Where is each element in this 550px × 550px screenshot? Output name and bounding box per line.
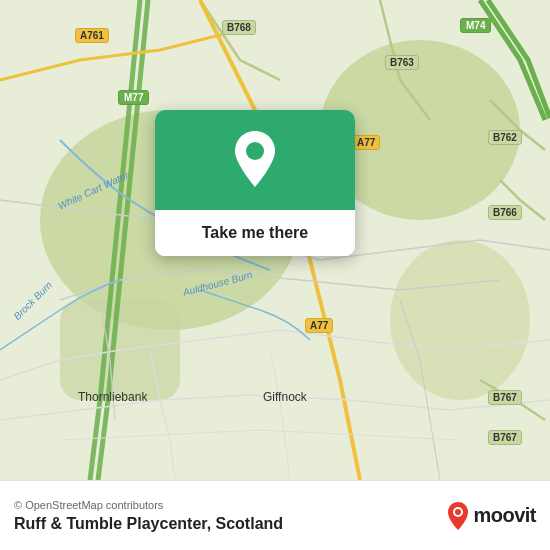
svg-point-8 — [455, 509, 461, 515]
road-label-b763: B763 — [385, 55, 419, 70]
road-label-m74: M74 — [460, 18, 491, 33]
take-me-there-button[interactable]: Take me there — [155, 210, 355, 256]
moovit-pin-icon — [447, 501, 469, 531]
popup-header — [155, 110, 355, 210]
road-label-a77-2: A77 — [305, 318, 333, 333]
map-container: A761 B768 M74 M77 B763 A77 B766 B762 A77… — [0, 0, 550, 480]
road-label-a761: A761 — [75, 28, 109, 43]
svg-point-6 — [246, 142, 264, 160]
road-label-b762: B762 — [488, 130, 522, 145]
svg-point-4 — [390, 240, 530, 400]
town-label-giffnock: Giffnock — [263, 390, 307, 404]
road-label-a77-1: A77 — [352, 135, 380, 150]
town-label-thornliebank: Thornliebank — [78, 390, 147, 404]
bottom-bar: © OpenStreetMap contributors Ruff & Tumb… — [0, 480, 550, 550]
moovit-logo: moovit — [447, 501, 536, 531]
road-label-b767b: B767 — [488, 430, 522, 445]
location-pin-icon — [229, 129, 281, 191]
moovit-brand-text: moovit — [473, 504, 536, 527]
road-label-m77: M77 — [118, 90, 149, 105]
road-label-b766: B766 — [488, 205, 522, 220]
popup-card: Take me there — [155, 110, 355, 256]
road-label-b768: B768 — [222, 20, 256, 35]
road-label-b767: B767 — [488, 390, 522, 405]
